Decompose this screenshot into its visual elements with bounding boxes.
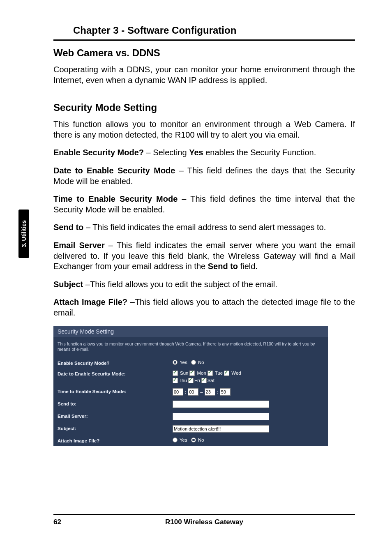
radio-attach-no[interactable]: [191, 438, 196, 442]
term: Send to: [53, 223, 83, 232]
row-attach-image: Attach Image File? Yes No: [53, 435, 328, 446]
paragraph: Subject –This field allows you to edit t…: [53, 279, 355, 290]
option-yes: Yes: [180, 360, 187, 365]
paragraph: Enable Security Mode? – Selecting Yes en…: [53, 147, 355, 158]
email-server-input[interactable]: [173, 413, 269, 420]
term: Time to Enable Security Mode: [53, 194, 178, 203]
text: – Selecting: [144, 148, 189, 157]
label-send-to: Send to:: [58, 401, 173, 406]
label-attach-image: Attach Image File?: [58, 438, 173, 443]
footer-title: R100 Wireless Gateway: [53, 518, 355, 526]
panel-description: This function allows you to monitor your…: [53, 337, 328, 357]
section-title-security-mode: Security Mode Setting: [53, 102, 355, 113]
checkbox-sun[interactable]: [173, 371, 178, 376]
text: – This field indicates the email address…: [83, 223, 326, 232]
row-subject: Subject:: [53, 423, 328, 435]
day-tue: Tue: [215, 371, 223, 375]
day-sun: Sun: [180, 371, 188, 375]
term: Subject: [53, 280, 83, 289]
text: field.: [238, 262, 258, 271]
paragraph: Send to – This field indicates the email…: [53, 222, 355, 233]
paragraph: Date to Enable Security Mode – This fiel…: [53, 166, 355, 187]
checkbox-tue[interactable]: [208, 371, 213, 376]
section-tab: 3. Utilities: [18, 210, 29, 258]
checkbox-thu[interactable]: [173, 378, 178, 383]
day-thu: Thu: [179, 378, 187, 383]
row-send-to: Send to:: [53, 398, 328, 410]
day-sat: Sat: [208, 378, 214, 383]
row-date-enable: Date to Enable Security Mode: Sun Mon Tu…: [53, 368, 328, 386]
checkbox-wed[interactable]: [224, 371, 229, 376]
chapter-header: Chapter 3 - Software Configuration: [53, 25, 355, 41]
text: –This field allows you to edit the subje…: [83, 280, 277, 289]
time-colon: :: [217, 389, 219, 394]
checkbox-mon[interactable]: [189, 371, 195, 376]
security-mode-panel: Security Mode Setting This function allo…: [53, 326, 328, 446]
term: Enable Security Mode?: [53, 148, 144, 157]
subject-input[interactable]: [173, 425, 269, 433]
paragraph: Email Server – This field indicates the …: [53, 240, 355, 272]
paragraph: Cooperating with a DDNS, your can monito…: [53, 64, 355, 85]
day-mon: Mon: [197, 371, 206, 375]
option-no: No: [198, 438, 204, 442]
option-yes: Yes: [180, 438, 187, 442]
document-page: Chapter 3 - Software Configuration 3. Ut…: [0, 0, 392, 555]
term: Email Server: [53, 241, 105, 250]
page-footer: 62 R100 Wireless Gateway: [53, 514, 355, 526]
row-email-server: Email Server:: [53, 410, 328, 423]
time-start-min-input[interactable]: [188, 388, 198, 396]
radio-enable-no[interactable]: [191, 360, 196, 365]
paragraph: Time to Enable Security Mode – This fiel…: [53, 194, 355, 215]
paragraph: This function allows you to monitor an e…: [53, 119, 355, 140]
term: Send to: [208, 262, 238, 271]
label-time-enable: Time to Enable Security Mode:: [58, 388, 173, 394]
time-end-min-input[interactable]: [220, 388, 231, 396]
radio-enable-yes[interactable]: [173, 360, 178, 365]
text: enables the Security Function.: [203, 148, 316, 157]
term: Attach Image File?: [53, 297, 127, 306]
paragraph: Attach Image File? –This field allows yo…: [53, 297, 355, 318]
row-enable-security: Enable Security Mode? Yes No: [53, 357, 328, 368]
label-enable-security: Enable Security Mode?: [58, 360, 173, 366]
label-date-enable: Date to Enable Security Mode:: [58, 371, 173, 376]
option-no: No: [198, 360, 204, 365]
send-to-input[interactable]: [173, 401, 269, 408]
section-title-webcam-ddns: Web Camera vs. DDNS: [53, 47, 355, 59]
radio-attach-yes[interactable]: [173, 438, 178, 442]
term: Date to Enable Security Mode: [53, 166, 175, 175]
time-start-hour-input[interactable]: [173, 388, 183, 396]
day-wed: Wed: [231, 371, 241, 375]
time-colon: :: [184, 389, 187, 394]
checkbox-sat[interactable]: [201, 378, 207, 383]
checkbox-fri[interactable]: [188, 378, 194, 383]
time-end-hour-input[interactable]: [205, 388, 215, 396]
label-email-server: Email Server:: [58, 413, 173, 419]
term: Yes: [189, 148, 203, 157]
row-time-enable: Time to Enable Security Mode: : – :: [53, 386, 328, 398]
time-dash: –: [200, 389, 203, 394]
label-subject: Subject:: [58, 425, 173, 431]
day-fri: Fri: [194, 378, 200, 383]
panel-title: Security Mode Setting: [53, 326, 328, 337]
